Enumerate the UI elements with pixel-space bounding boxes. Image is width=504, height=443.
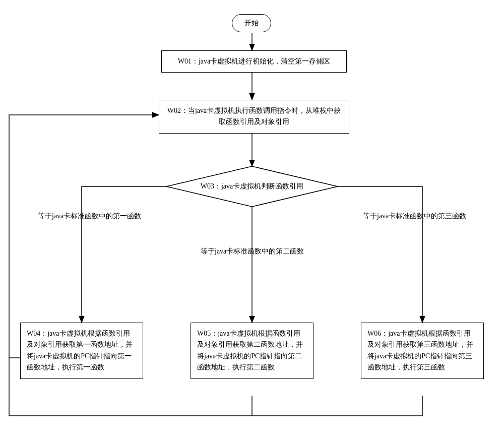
start-terminator: 开始 [232, 14, 271, 32]
w04-process: W04：java卡虚拟机根据函数引用及对象引用获取第一函数地址，并将java卡虚… [20, 323, 143, 379]
branch2-label: 等于java卡标准函数中的第二函数 [201, 247, 304, 256]
w03-decision: W03：java卡虚拟机判断函数引用 [166, 166, 338, 207]
w01-text: W01：java卡虚拟机进行初始化，清空第一存储区 [178, 57, 331, 65]
w05-text: W05：java卡虚拟机根据函数引用及对象引用获取第二函数地址，并将java卡虚… [197, 330, 303, 371]
w01-process: W01：java卡虚拟机进行初始化，清空第一存储区 [161, 50, 347, 73]
branch1-label: 等于java卡标准函数中的第一函数 [38, 212, 141, 221]
w02-text: W02：当java卡虚拟机执行函数调用指令时，从堆栈中获取函数引用及对象引用 [167, 107, 341, 125]
w02-process: W02：当java卡虚拟机执行函数调用指令时，从堆栈中获取函数引用及对象引用 [159, 100, 349, 134]
w06-text: W06：java卡虚拟机根据函数引用及对象引用获取第三函数地址，并将java卡虚… [367, 330, 473, 371]
w04-text: W04：java卡虚拟机根据函数引用及对象引用获取第一函数地址，并将java卡虚… [27, 330, 133, 371]
start-label: 开始 [244, 19, 259, 27]
w03-text: W03：java卡虚拟机判断函数引用 [201, 182, 304, 190]
branch3-label: 等于java卡标准函数中的第三函数 [363, 212, 466, 221]
w06-process: W06：java卡虚拟机根据函数引用及对象引用获取第三函数地址，并将java卡虚… [361, 323, 484, 379]
w05-process: W05：java卡虚拟机根据函数引用及对象引用获取第二函数地址，并将java卡虚… [191, 323, 313, 379]
